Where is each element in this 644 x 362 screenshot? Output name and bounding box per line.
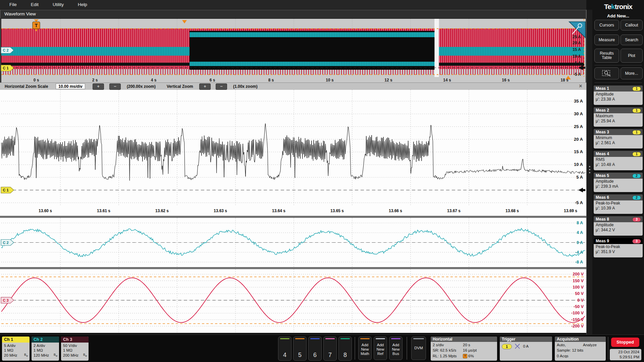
drag-handle-icon xyxy=(589,169,590,170)
channel-card-ch1[interactable]: Ch 15 A/div1 MΩ20 MHzBw xyxy=(2,337,30,361)
measurement-card-meas-1[interactable]: Meas 11Amplitudeμ': 23.38 A xyxy=(594,85,643,105)
menu-item-utility[interactable]: Utility xyxy=(48,0,68,7)
ch3-y-axis-label: 50 V xyxy=(575,291,584,296)
record-length: RL: 1.25 Mpts xyxy=(433,354,457,358)
ch3-waveform-canvas[interactable]: 200 V150 V100 V50 V0 V-50 V-100 V-150 V-… xyxy=(0,269,586,333)
panel-resize-gutter[interactable] xyxy=(586,10,593,335)
add-new-bus-button[interactable]: AddNewBus xyxy=(389,337,402,360)
channel-number: 4 xyxy=(283,352,286,358)
measurement-card-meas-6[interactable]: Meas 62Peak-to-Peakμ': 10.39 A xyxy=(594,194,643,214)
add-new-math-button[interactable]: AddNewMath xyxy=(358,337,372,360)
dvm-label: DVM xyxy=(414,346,423,350)
overview-waveform-canvas[interactable]: TC 2C 125 A20 A15 A10 A5 A-5 A 0 s2 s4 s… xyxy=(0,19,586,82)
bottombar-separator xyxy=(407,337,407,360)
channel-6-button[interactable]: 6 xyxy=(308,337,322,361)
measurement-card-meas-2[interactable]: Meas 21Maximumμ': 25.94 A xyxy=(594,107,643,127)
channel-4-button[interactable]: 4 xyxy=(278,337,291,361)
channel-card-ch3[interactable]: Ch 350 V/div1 MΩ200 MHzBw xyxy=(61,337,89,361)
menu-bar: FileEditUtilityHelp xyxy=(0,0,586,10)
channel-badge-label: C 1 xyxy=(3,66,8,70)
ch1-time-label: 13.67 s xyxy=(447,208,461,213)
ch2-y-axis-label: 4 A xyxy=(577,230,583,235)
horizontal-scale: 2 s/div xyxy=(433,343,444,347)
channel-card-ch2[interactable]: Ch 22 A/div1 MΩ120 MHzBw xyxy=(32,337,59,361)
overview-time-label: 4 s xyxy=(151,78,157,82)
measurement-card-meas-8[interactable]: Meas 83Amplitudeμ': 344.2 V xyxy=(594,216,643,236)
plot-button[interactable]: Plot xyxy=(621,49,643,63)
ch1-time-label: 13.61 s xyxy=(97,208,110,213)
hzoom-minus-button[interactable]: − xyxy=(109,83,121,90)
time-text: 5:29:51 PM xyxy=(620,355,639,359)
zoom-mode-button[interactable] xyxy=(594,67,619,79)
channel-5-button[interactable]: 5 xyxy=(293,337,307,361)
measurement-value: μ': 351.9 V xyxy=(594,249,643,254)
ch1-y-axis-label: 20 A xyxy=(574,137,583,142)
dvm-color-stripe xyxy=(413,338,424,339)
overview-y-label: 10 A xyxy=(573,54,581,59)
trigger-settings-card[interactable]: Trigger 1 0 A xyxy=(500,337,552,361)
waveform-view-title: Waveform View xyxy=(4,11,36,16)
trigger-level-arrow-tail xyxy=(583,67,585,69)
ch1-zoom-panel[interactable]: 35 A30 A25 A20 A15 A10 A5 A-5 A13.60 s13… xyxy=(0,90,586,216)
vzoom-plus-button[interactable]: + xyxy=(199,83,211,90)
callout-button[interactable]: Callout xyxy=(621,20,643,31)
channel-bandwidth: 200 MHz xyxy=(63,353,78,357)
ch2-zoom-panel[interactable]: 8 A4 A0 A-4 A-8 AC 2 xyxy=(0,218,586,267)
add-label: Add xyxy=(377,343,384,347)
zoom-close-icon[interactable]: × xyxy=(578,83,584,89)
ch2-y-axis-label: 0 A xyxy=(577,240,583,245)
acquisition-overview[interactable]: TC 2C 125 A20 A15 A10 A5 A-5 A 0 s2 s4 s… xyxy=(0,19,586,82)
horizontal-zoom-scale-input[interactable] xyxy=(56,83,85,89)
ch3-zoom-panel[interactable]: 200 V150 V100 V50 V0 V-50 V-100 V-150 V-… xyxy=(0,269,586,333)
trigger-flag-letter: T xyxy=(35,23,38,28)
channel-impedance: 1 MΩ xyxy=(2,348,30,353)
more-button[interactable]: More... xyxy=(621,67,643,79)
menu-item-edit[interactable]: Edit xyxy=(26,0,43,7)
trigger-slope-icon xyxy=(515,344,520,350)
bottombar-separator xyxy=(608,337,608,360)
sample-interval: 16 μs/pt xyxy=(463,348,477,352)
results-table-button[interactable]: Results Table xyxy=(594,49,619,63)
cursors-button[interactable]: Cursors xyxy=(594,20,619,31)
menu-item-file[interactable]: File xyxy=(5,0,21,7)
acquisition-settings-card[interactable]: Acquisition Auto, Analyze Sample: 12 bit… xyxy=(555,337,606,361)
measure-button[interactable]: Measure xyxy=(594,35,619,45)
menu-item-help[interactable]: Help xyxy=(73,0,92,7)
zoom-window-indicator[interactable] xyxy=(435,19,439,77)
ch2-y-axis-label: -4 A xyxy=(575,250,583,255)
channel-color-stripe xyxy=(310,338,320,339)
right-sidebar: Tektronix Add New... CursorsCalloutMeasu… xyxy=(592,0,644,335)
measurement-type: Amplitude xyxy=(594,179,643,184)
ch1-waveform-canvas[interactable]: 35 A30 A25 A20 A15 A10 A5 A-5 A13.60 s13… xyxy=(0,90,586,216)
channel-name: Ch 2 xyxy=(32,337,59,343)
measurement-card-meas-3[interactable]: Meas 31Minimumμ': 2.561 A xyxy=(594,129,643,148)
logo-text: Te xyxy=(604,3,611,10)
add-button-color-stripe xyxy=(391,338,400,339)
channel-number: 5 xyxy=(298,352,302,358)
measurement-value: μ': 239.3 mA xyxy=(594,184,643,189)
search-button[interactable]: Search xyxy=(621,35,643,45)
measurement-card-meas-9[interactable]: Meas 93Peak-to-Peakμ': 351.9 V xyxy=(594,238,643,257)
hzoom-plus-button[interactable]: + xyxy=(93,83,104,90)
horizontal-settings-card[interactable]: Horizontal 2 s/div 20 s SR: 62.5 kS/s 16… xyxy=(431,337,497,361)
add-new-ref-button[interactable]: AddNewRef xyxy=(374,337,387,360)
channel-8-button[interactable]: 8 xyxy=(338,337,352,361)
measurement-name: Meas 9 xyxy=(596,239,609,243)
measurement-name: Meas 6 xyxy=(596,195,609,200)
channel-scale: 2 A/div xyxy=(32,343,59,348)
dvm-button[interactable]: DVM xyxy=(411,337,426,360)
ch3-panel-background xyxy=(1,269,586,333)
channel-color-stripe xyxy=(280,338,289,339)
measurement-name: Meas 1 xyxy=(596,86,609,91)
vzoom-minus-button[interactable]: − xyxy=(216,83,227,90)
ch2-waveform-canvas[interactable]: 8 A4 A0 A-4 A-8 AC 2 xyxy=(0,218,586,267)
measurement-card-meas-4[interactable]: Meas 41RMSμ': 10.48 A xyxy=(594,151,643,170)
channel-7-button[interactable]: 7 xyxy=(323,337,337,361)
ch3-overview-lower-band xyxy=(1,69,584,75)
measurement-card-meas-5[interactable]: Meas 52Amplitudeμ': 239.3 mA xyxy=(594,173,643,192)
sidebar-separator xyxy=(594,82,642,83)
bandwidth-limit-icon: Bw xyxy=(24,353,28,357)
run-stop-status-button[interactable]: Stopped xyxy=(611,338,639,347)
acquisition-sample-bits: Sample: 12 bits xyxy=(557,348,583,352)
new-label: New xyxy=(392,347,399,351)
